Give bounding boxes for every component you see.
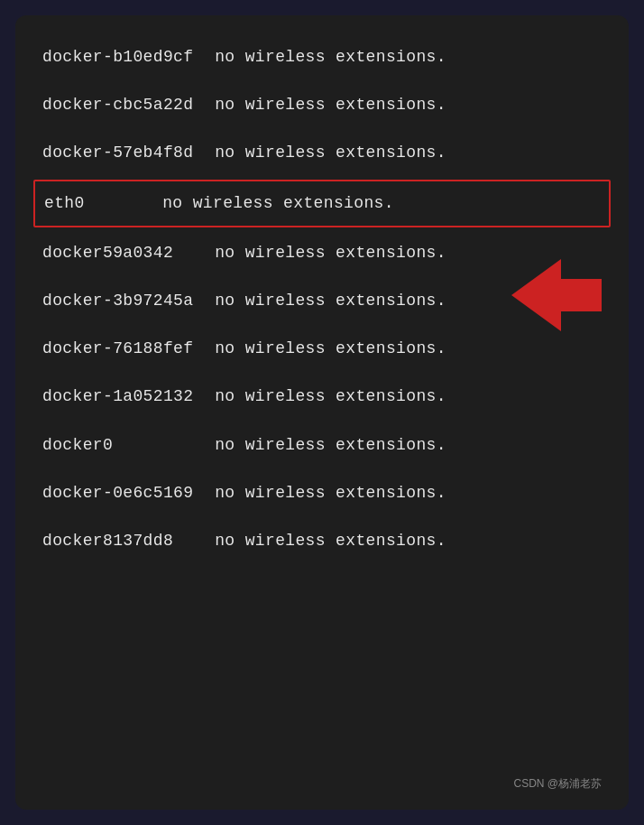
terminal-line-line9: docker0 no wireless extensions. <box>42 422 602 469</box>
no-wireless-message: no wireless extensions. <box>205 387 446 405</box>
annotation-arrow <box>511 259 602 331</box>
terminal-line-line7: docker-76188fef no wireless extensions. <box>42 325 602 373</box>
terminal-line-line10: docker-0e6c5169 no wireless extensions. <box>42 469 602 517</box>
terminal-line-line1: docker-b10ed9cf no wireless extensions. <box>42 33 602 81</box>
terminal-line-line11: docker8137dd8 no wireless extensions. <box>42 517 602 565</box>
interface-name: docker8137dd8 <box>42 530 205 552</box>
interface-name: docker-b10ed9cf <box>42 46 205 69</box>
no-wireless-message: no wireless extensions. <box>205 244 446 262</box>
interface-name: docker0 <box>42 434 205 457</box>
terminal-line-line8: docker-1a052132 no wireless extensions. <box>42 373 602 421</box>
terminal-line-line4: eth0 no wireless extensions. <box>33 180 611 227</box>
interface-name: docker59a0342 <box>42 242 205 264</box>
terminal-line-line2: docker-cbc5a22d no wireless extensions. <box>42 81 602 129</box>
no-wireless-message: no wireless extensions. <box>152 194 394 212</box>
no-wireless-message: no wireless extensions. <box>205 96 446 114</box>
watermark: CSDN @杨浦老苏 <box>42 769 602 792</box>
no-wireless-message: no wireless extensions. <box>205 339 446 357</box>
no-wireless-message: no wireless extensions. <box>205 532 446 550</box>
terminal-content: docker-b10ed9cf no wireless extensions.d… <box>42 33 602 769</box>
no-wireless-message: no wireless extensions. <box>205 484 446 502</box>
interface-name: docker-cbc5a22d <box>42 94 205 116</box>
no-wireless-message: no wireless extensions. <box>205 144 446 162</box>
interface-name: docker-3b97245a <box>42 290 205 312</box>
svg-marker-0 <box>511 259 602 331</box>
no-wireless-message: no wireless extensions. <box>205 48 446 66</box>
interface-name: docker-1a052132 <box>42 385 205 408</box>
terminal-window: docker-b10ed9cf no wireless extensions.d… <box>15 15 629 810</box>
no-wireless-message: no wireless extensions. <box>205 436 446 454</box>
interface-name: eth0 <box>44 192 152 215</box>
no-wireless-message: no wireless extensions. <box>205 292 446 310</box>
interface-name: docker-76188fef <box>42 338 205 360</box>
terminal-line-line3: docker-57eb4f8d no wireless extensions. <box>42 129 602 177</box>
interface-name: docker-0e6c5169 <box>42 482 205 505</box>
interface-name: docker-57eb4f8d <box>42 142 205 164</box>
